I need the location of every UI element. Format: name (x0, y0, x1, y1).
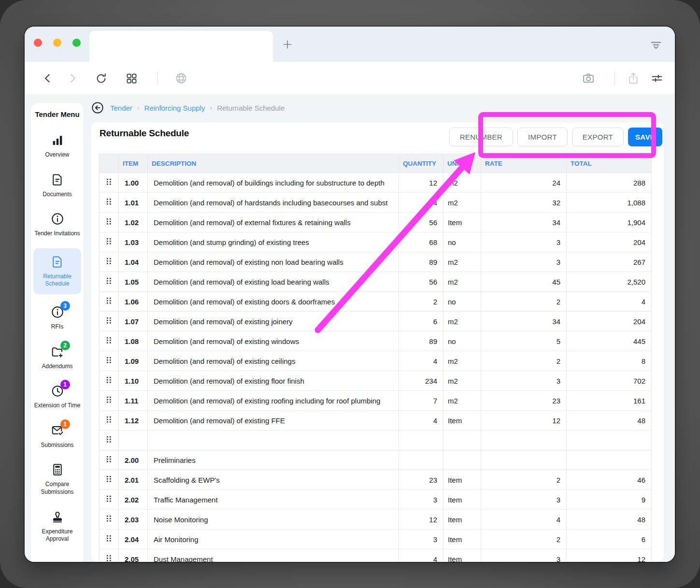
column-header-rate[interactable]: RATE (481, 154, 567, 173)
drag-handle[interactable] (100, 312, 119, 331)
cell-quantity[interactable]: 2 (399, 292, 443, 312)
cell-description[interactable]: Traffic Management (148, 490, 399, 510)
cell-item[interactable]: 2.01 (119, 470, 148, 490)
cell-quantity[interactable]: 56 (399, 213, 443, 232)
cell-item[interactable]: 1.00 (119, 173, 148, 193)
drag-handle[interactable] (100, 292, 119, 312)
cell-rate[interactable]: 3 (481, 252, 567, 272)
cell-description[interactable]: Demolition (and removal) of existing doo… (148, 292, 399, 312)
cell-total[interactable] (567, 430, 652, 450)
drag-handle[interactable] (100, 173, 119, 193)
sidebar-item-tender-invitations[interactable]: Tender Invitations (34, 212, 81, 238)
camera-icon[interactable] (581, 71, 596, 86)
cell-quantity[interactable]: 3 (399, 530, 443, 549)
sidebar-item-extension-of-time[interactable]: 1Extension of Time (34, 384, 81, 410)
drag-handle[interactable] (100, 351, 119, 371)
sidebar-item-overview[interactable]: Overview (34, 133, 81, 159)
cell-rate[interactable]: 2 (481, 351, 567, 371)
tab-grid-icon[interactable] (124, 71, 139, 86)
cell-description[interactable]: Dust Management (148, 549, 399, 562)
cell-item[interactable]: 1.02 (119, 213, 148, 232)
drag-handle[interactable] (100, 232, 119, 252)
cell-total[interactable]: 9 (567, 490, 652, 510)
cell-unit[interactable]: Item (443, 530, 481, 549)
cell-rate[interactable]: 24 (481, 173, 567, 193)
cell-item[interactable]: 2.03 (119, 510, 148, 530)
cell-unit[interactable]: Item (443, 411, 481, 430)
cell-description[interactable]: Air Monitoring (148, 530, 399, 549)
cell-item[interactable]: 1.08 (119, 331, 148, 351)
cell-rate[interactable]: 3 (481, 232, 567, 252)
cell-rate[interactable]: 23 (481, 391, 567, 411)
cell-total[interactable] (567, 450, 652, 470)
sidebar-item-documents[interactable]: Documents (34, 172, 81, 199)
cell-unit[interactable] (443, 430, 481, 450)
breadcrumb-link-tender[interactable]: Tender (110, 104, 132, 112)
renumber-button[interactable]: RENUMBER (449, 128, 513, 146)
cell-description[interactable]: Demolition (and removal) of existing win… (148, 331, 399, 351)
cell-total[interactable]: 1,088 (567, 193, 652, 213)
sidebar-item-returnable-schedule[interactable]: Returnable Schedule (33, 248, 81, 294)
cell-item[interactable]: 2.05 (119, 549, 148, 562)
breadcrumb-back-icon[interactable] (91, 101, 104, 115)
browser-tab[interactable] (89, 31, 273, 62)
cell-quantity[interactable]: 68 (399, 232, 443, 252)
cell-unit[interactable]: no (443, 331, 481, 351)
cell-total[interactable]: 6 (567, 530, 652, 549)
cell-rate[interactable]: 2 (481, 470, 567, 490)
tab-overflow-icon[interactable] (649, 37, 663, 52)
cell-rate[interactable]: 2 (481, 292, 567, 312)
cell-rate[interactable]: 5 (481, 331, 567, 351)
cell-rate[interactable] (481, 430, 567, 450)
cell-quantity[interactable]: 34 (399, 193, 443, 213)
drag-handle[interactable] (100, 391, 119, 411)
cell-quantity[interactable]: 4 (399, 549, 443, 562)
cell-item[interactable]: 1.01 (119, 193, 148, 213)
cell-unit[interactable]: m2 (443, 173, 481, 193)
drag-handle[interactable] (100, 411, 119, 430)
cell-description[interactable]: Demolition (and removal) of existing flo… (148, 371, 399, 391)
cell-total[interactable]: 12 (567, 549, 652, 562)
export-button[interactable]: EXPORT (572, 128, 624, 146)
cell-unit[interactable]: no (443, 292, 481, 312)
drag-handle[interactable] (100, 490, 119, 510)
cell-item[interactable] (119, 430, 148, 450)
cell-quantity[interactable]: 234 (399, 371, 443, 391)
column-header-quantity[interactable]: QUANTITY (399, 154, 443, 173)
cell-unit[interactable]: m2 (443, 252, 481, 272)
cell-total[interactable]: 46 (567, 470, 652, 490)
cell-total[interactable]: 702 (567, 371, 652, 391)
drag-handle[interactable] (100, 450, 119, 470)
cell-description[interactable]: Demolition (and removal) of existing FFE (148, 411, 399, 430)
cell-quantity[interactable]: 12 (399, 510, 443, 530)
cell-total[interactable]: 204 (567, 312, 652, 331)
cell-description[interactable]: Demolition (and removal) of existing cei… (148, 351, 399, 371)
cell-description[interactable]: Demolition (and stump grinding) of exist… (148, 232, 399, 252)
cell-quantity[interactable]: 7 (399, 391, 443, 411)
cell-total[interactable]: 204 (567, 232, 652, 252)
column-header-total[interactable]: TOTAL (567, 154, 652, 173)
cell-quantity[interactable]: 89 (399, 252, 443, 272)
cell-description[interactable]: Preliminaries (148, 450, 399, 470)
cell-total[interactable]: 1,904 (567, 213, 652, 232)
cell-rate[interactable]: 12 (481, 411, 567, 430)
drag-handle[interactable] (100, 331, 119, 351)
column-header-unit[interactable]: UNIT (443, 154, 481, 173)
reload-icon[interactable] (94, 71, 108, 86)
cell-quantity[interactable]: 4 (399, 351, 443, 371)
cell-description[interactable] (148, 430, 399, 450)
cell-unit[interactable]: m2 (443, 371, 481, 391)
cell-unit[interactable] (443, 450, 481, 470)
cell-item[interactable]: 2.04 (119, 530, 148, 549)
cell-total[interactable]: 48 (567, 411, 652, 430)
globe-icon[interactable] (174, 71, 188, 86)
cell-unit[interactable]: Item (443, 470, 481, 490)
breadcrumb-link-reinforcing-supply[interactable]: Reinforcing Supply (144, 104, 205, 112)
cell-unit[interactable]: Item (443, 510, 481, 530)
cell-rate[interactable] (481, 450, 567, 470)
cell-unit[interactable]: no (443, 232, 481, 252)
cell-unit[interactable]: m2 (443, 193, 481, 213)
drag-handle[interactable] (100, 470, 119, 490)
share-icon[interactable] (626, 71, 641, 86)
cell-item[interactable]: 1.05 (119, 272, 148, 292)
